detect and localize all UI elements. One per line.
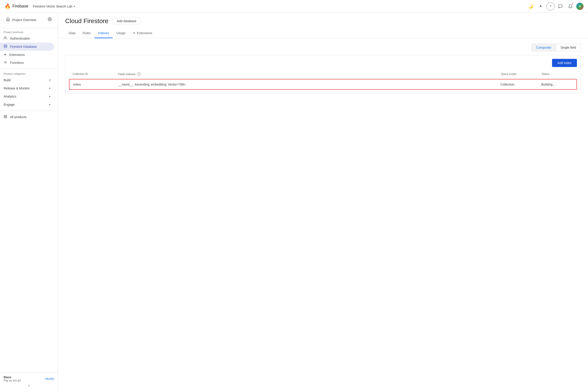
plan-info: Blaze Pay as you go Modify (3, 376, 54, 382)
tab-extensions[interactable]: ✦ Extensions (129, 28, 156, 38)
table-row[interactable]: notes __name__ Ascending embedding Vecto… (69, 79, 577, 90)
sidebar-divider-2 (0, 68, 58, 69)
sidebar-item-firestore[interactable]: Firestore Database (0, 42, 54, 51)
modify-plan-button[interactable]: Modify (45, 377, 54, 380)
functions-icon (3, 60, 7, 65)
col-header-collection: Collection ID (73, 72, 118, 76)
authentication-icon (3, 36, 7, 41)
project-selector[interactable]: Firestore Vector Search Lab ▾ (30, 4, 77, 9)
svg-rect-7 (4, 117, 5, 118)
chat-icon[interactable] (556, 2, 565, 10)
notification-icon[interactable] (566, 2, 575, 10)
settings-icon[interactable] (48, 17, 52, 22)
engage-chevron-icon: ▾ (49, 103, 50, 106)
project-shortcuts-label: Project shortcuts (0, 29, 58, 34)
field-name-2: embedding (151, 82, 166, 86)
engage-label: Engage (3, 103, 14, 106)
sidebar-item-extensions[interactable]: ✦ Extensions (0, 51, 54, 58)
release-monitor-label: Release & Monitor (3, 86, 30, 90)
col-header-scope: Query scope (501, 72, 542, 76)
all-products-item[interactable]: All products (0, 112, 58, 121)
svg-point-0 (49, 19, 50, 20)
project-overview-label: Project Overview (12, 18, 36, 22)
row-collection: notes (73, 82, 118, 86)
home-icon (6, 17, 10, 22)
index-table-container: Add index Collection ID Fields indexed ?… (65, 55, 581, 94)
field-type-1: Ascending (135, 82, 149, 86)
add-database-button[interactable]: Add database (112, 17, 141, 25)
build-chevron-icon: ▾ (49, 78, 50, 82)
extensions-icon: ✦ (3, 52, 6, 57)
plan-text: Blaze Pay as you go (3, 376, 21, 382)
product-categories-label: Product categories (0, 70, 58, 76)
user-avatar[interactable]: U (576, 3, 584, 10)
index-type-controls: Composite Single field (65, 44, 581, 52)
svg-rect-6 (6, 115, 7, 116)
sparkle-icon[interactable]: ✦ (537, 2, 545, 10)
dark-mode-icon[interactable]: 🌙 (527, 2, 535, 10)
sidebar-divider-3 (0, 110, 58, 111)
plan-sub: Pay as you go (3, 379, 21, 382)
sidebar-item-functions[interactable]: Functions (0, 58, 54, 67)
sidebar-category-engage[interactable]: Engage ▾ (0, 100, 54, 109)
topbar-left: 🔥 Firebase Firestore Vector Search Lab ▾ (4, 4, 77, 9)
sidebar: Project Overview Project shortcuts Authe… (0, 13, 58, 392)
composite-button[interactable]: Composite (532, 44, 556, 52)
build-label: Build (3, 78, 11, 82)
functions-label: Functions (10, 61, 24, 64)
row-status: Building... (541, 82, 573, 86)
add-index-btn-row: Add index (69, 59, 577, 67)
sidebar-collapse-button[interactable] (3, 382, 54, 389)
tabs-bar: Data Rules Indexes Usage ✦ Extensions (58, 28, 588, 38)
topbar-right: 🌙 ✦ ? U (527, 2, 584, 10)
svg-point-2 (4, 44, 7, 46)
table-header: Collection ID Fields indexed ? Query sco… (69, 70, 577, 78)
tab-rules[interactable]: Rules (79, 28, 94, 38)
fields-help-icon[interactable]: ? (137, 72, 141, 76)
firestore-label: Firestore Database (10, 45, 37, 48)
main-content: Cloud Firestore Add database Data Rules … (58, 13, 588, 392)
app-body: Project Overview Project shortcuts Authe… (0, 13, 588, 392)
single-field-button[interactable]: Single field (556, 44, 581, 52)
tab-data[interactable]: Data (65, 28, 79, 38)
row-scope: Collection (501, 82, 541, 86)
plan-name: Blaze (3, 376, 21, 379)
col-header-status: Status (542, 72, 573, 76)
content-area: Composite Single field Add index Collect… (58, 38, 588, 99)
firebase-logo: 🔥 Firebase (4, 4, 28, 9)
sidebar-item-authentication[interactable]: Authentication (0, 34, 54, 42)
firebase-logo-text: Firebase (12, 4, 28, 8)
row-fields: __name__ Ascending embedding Vector<768> (118, 82, 501, 86)
page-title: Cloud Firestore (65, 18, 108, 25)
topbar: 🔥 Firebase Firestore Vector Search Lab ▾… (0, 0, 588, 13)
svg-point-3 (5, 62, 6, 63)
analytics-label: Analytics (3, 94, 16, 98)
main-title-row: Cloud Firestore Add database (65, 17, 581, 25)
tab-usage[interactable]: Usage (113, 28, 129, 38)
release-monitor-chevron-icon: ▾ (49, 87, 50, 90)
chevron-down-icon: ▾ (73, 5, 75, 8)
field-name-1: __name__ (118, 82, 133, 86)
firestore-icon (3, 44, 7, 49)
svg-point-1 (4, 37, 5, 38)
svg-point-4 (4, 61, 7, 64)
sidebar-bottom: Blaze Pay as you go Modify (0, 372, 58, 392)
all-products-grid-icon (3, 115, 7, 119)
sidebar-category-release-monitor[interactable]: Release & Monitor ▾ (0, 84, 54, 92)
sidebar-top: Project Overview (0, 13, 58, 27)
extensions-label: Extensions (9, 53, 25, 56)
notification-badge (572, 3, 574, 5)
sidebar-category-analytics[interactable]: Analytics ▾ (0, 92, 54, 100)
help-icon[interactable]: ? (546, 2, 555, 10)
project-overview-item[interactable]: Project Overview (3, 16, 54, 24)
svg-rect-5 (4, 115, 5, 116)
add-index-button[interactable]: Add index (552, 59, 577, 67)
project-name: Firestore Vector Search Lab (33, 4, 72, 8)
svg-rect-8 (6, 117, 7, 118)
main-header: Cloud Firestore Add database (58, 13, 588, 25)
sidebar-category-build[interactable]: Build ▾ (0, 76, 54, 84)
sidebar-divider-1 (0, 28, 58, 28)
analytics-chevron-icon: ▾ (49, 95, 50, 98)
tab-indexes[interactable]: Indexes (94, 28, 113, 38)
flame-icon: 🔥 (4, 4, 11, 9)
